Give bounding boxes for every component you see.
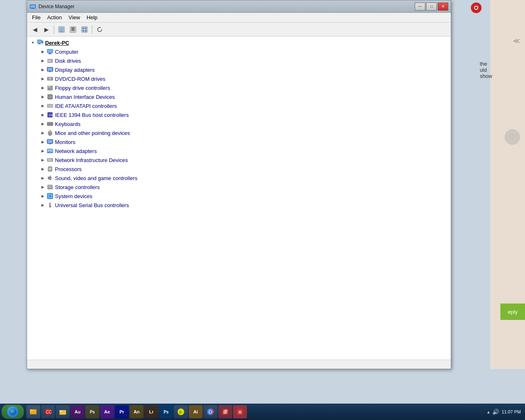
taskbar-app-ai[interactable]: Ai (189, 405, 203, 418)
start-button[interactable] (2, 405, 24, 419)
tree-item-display[interactable]: ▶ Display adapters (27, 65, 451, 74)
taskbar-app-an[interactable]: An (130, 405, 144, 418)
root-expand-icon[interactable]: ▼ (30, 39, 36, 46)
tree-root-node[interactable]: ▼ Derek-PC (27, 38, 451, 47)
taskbar-app-ps-bridge[interactable]: Ps (85, 405, 99, 418)
svg-rect-30 (49, 71, 51, 72)
svg-text:🗐: 🗐 (224, 410, 228, 414)
volume-icon[interactable]: 🔊 (492, 409, 499, 415)
opera-icon[interactable]: O (471, 2, 482, 13)
ieee-expand[interactable]: ▶ (39, 112, 46, 118)
taskbar-app-pr[interactable]: Pr (115, 405, 129, 418)
svg-point-92 (209, 411, 212, 413)
usb-icon (47, 202, 53, 208)
svg-rect-18 (39, 43, 40, 44)
system-label: System devices (55, 193, 92, 199)
tree-item-ide[interactable]: ▶ IDE ATA/ATAPI controllers (27, 101, 451, 110)
tree-item-keyboard[interactable]: ▶ Keyboards (27, 119, 451, 128)
network-expand[interactable]: ▶ (39, 148, 46, 154)
svg-rect-29 (48, 68, 52, 71)
window-controls: ─ □ ✕ (415, 2, 448, 11)
taskbar-app-dm2[interactable]: ⊞ (233, 405, 247, 418)
menu-file[interactable]: File (29, 14, 44, 21)
tree-item-disk[interactable]: ▶ Disk drives (27, 56, 451, 65)
monitors-expand[interactable]: ▶ (39, 139, 46, 145)
toolbar-btn-2[interactable] (68, 25, 78, 34)
tree-item-sound[interactable]: ▶ Sound, video and game controllers (27, 173, 451, 183)
keyboard-expand[interactable]: ▶ (39, 121, 46, 127)
svg-rect-23 (49, 53, 51, 54)
heart-button[interactable]: ♡ (504, 129, 520, 145)
tree-item-dvd[interactable]: ▶ DVD/CD-ROM drives (27, 74, 451, 83)
svg-rect-78 (49, 204, 50, 205)
browser-background: the uld show ♡ ≪ eply (490, 0, 525, 369)
storage-expand[interactable]: ▶ (39, 184, 46, 190)
toolbar-btn-1[interactable] (56, 25, 67, 34)
system-expand[interactable]: ▶ (39, 193, 46, 199)
tree-item-ieee[interactable]: ▶ 1394 IEEE 1394 Bus host controllers (27, 110, 451, 119)
taskbar-app-ccleaner[interactable]: CC (41, 405, 55, 418)
tray-arrow-icon[interactable]: ▲ (486, 410, 491, 414)
maximize-button[interactable]: □ (426, 2, 437, 11)
svg-marker-77 (49, 203, 51, 204)
tree-item-netinfra[interactable]: ▶ Network Infrastructure Devices (27, 155, 451, 164)
forward-button[interactable]: ▶ (41, 25, 52, 34)
tree-item-monitors[interactable]: ▶ Monitors (27, 137, 451, 146)
taskbar-app-chrome[interactable] (203, 405, 217, 418)
svg-rect-87 (59, 410, 62, 412)
display-expand[interactable]: ▶ (39, 66, 46, 73)
menu-action[interactable]: Action (44, 14, 65, 21)
menu-help[interactable]: Help (83, 14, 101, 21)
reply-button[interactable]: eply (500, 304, 525, 320)
minimize-button[interactable]: ─ (415, 2, 425, 11)
tree-item-network[interactable]: ▶ Network adapters (27, 146, 451, 155)
tree-item-usb[interactable]: ▶ Universal Serial Bus controllers (27, 201, 451, 210)
taskbar-app-ae[interactable]: Ae (100, 405, 114, 418)
disk-expand[interactable]: ▶ (39, 57, 46, 64)
close-button[interactable]: ✕ (438, 2, 448, 11)
svg-point-81 (9, 408, 16, 415)
mice-expand[interactable]: ▶ (39, 130, 46, 136)
processors-expand[interactable]: ▶ (39, 166, 46, 172)
tree-item-system[interactable]: ▶ System devices (27, 192, 451, 201)
taskbar-app-au[interactable]: Au (71, 405, 84, 418)
back-button[interactable]: ◀ (30, 25, 40, 34)
tree-item-floppy[interactable]: ▶ Floppy drive controllers (27, 83, 451, 92)
tree-item-storage[interactable]: ▶ Storage controllers (27, 183, 451, 192)
clock-display[interactable]: 11:07 PM (502, 409, 521, 414)
share-button[interactable]: ≪ (513, 37, 520, 45)
taskbar-app-winexplorer[interactable] (26, 405, 40, 418)
svg-rect-24 (48, 54, 52, 54)
floppy-expand[interactable]: ▶ (39, 84, 46, 91)
system-icon (47, 193, 53, 199)
ide-expand[interactable]: ▶ (39, 103, 46, 109)
tree-item-mice[interactable]: ▶ Mice and other pointing devices (27, 128, 451, 137)
taskbar: CC Au Ps Ae Pr An Lr Ps ⊘ Ai 🗐 ⊞ ▲ 🔊 11:… (0, 404, 525, 420)
taskbar-app-dm1[interactable]: 🗐 (218, 405, 232, 418)
toolbar-separator-2 (92, 25, 92, 34)
display-icon (47, 66, 53, 73)
toolbar-refresh[interactable] (94, 25, 105, 34)
sound-expand[interactable]: ▶ (39, 175, 46, 181)
tree-item-processors[interactable]: ▶ Processors (27, 164, 451, 173)
netinfra-expand[interactable]: ▶ (39, 157, 46, 163)
floppy-icon (47, 84, 53, 91)
clock-time: 11:07 PM (502, 409, 521, 414)
usb-expand[interactable]: ▶ (39, 202, 46, 208)
taskbar-app-norton[interactable]: ⊘ (174, 405, 188, 418)
taskbar-app-ps[interactable]: Ps (159, 405, 173, 418)
dvd-expand[interactable]: ▶ (39, 75, 46, 82)
svg-rect-22 (48, 50, 52, 52)
taskbar-app-lr[interactable]: Lr (144, 405, 158, 418)
menu-view[interactable]: View (65, 14, 83, 21)
toolbar-btn-3[interactable] (79, 25, 90, 34)
tree-item-computer[interactable]: ▶ Computer (27, 47, 451, 56)
storage-icon (47, 184, 53, 190)
tree-item-hid[interactable]: ▶ Human Interface Devices (27, 92, 451, 101)
computer-expand[interactable]: ▶ (39, 48, 46, 55)
svg-text:⊘: ⊘ (179, 410, 182, 414)
hid-expand[interactable]: ▶ (39, 94, 46, 100)
floppy-label: Floppy drive controllers (55, 85, 110, 91)
disk-icon (47, 57, 53, 64)
taskbar-app-folder[interactable] (56, 405, 70, 418)
